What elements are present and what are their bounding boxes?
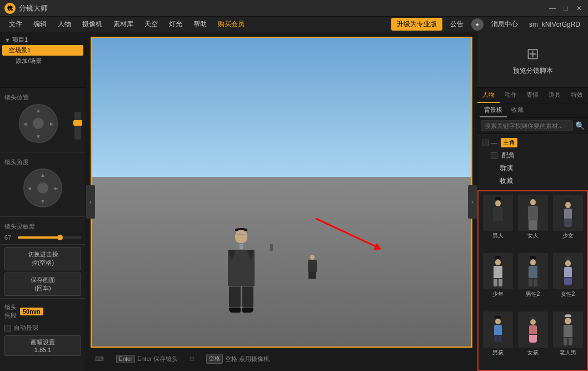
angle-joystick[interactable]: ▲ ▼ ◄ ► [23, 169, 62, 207]
search-row: 🔍 [477, 118, 588, 134]
cat-crowd-label: 群演 [500, 164, 513, 173]
focal-value[interactable]: 50mm [20, 308, 43, 315]
sensitivity-slider[interactable] [18, 236, 81, 239]
checkbox-icon: □ [190, 355, 194, 362]
cat-main-role: — 主角 [482, 136, 584, 149]
auto-dof-row: 自动景深 [0, 322, 86, 334]
user-name[interactable]: sm_kNIVcrGgRD [526, 19, 584, 29]
viewport: ⌨ Enter Enter 保存镜头 □ 空格 空格 点用摄像机 [86, 32, 477, 371]
th-leg-boy-l [495, 335, 497, 342]
th-leg-m2-l [529, 279, 532, 286]
asset-woman[interactable]: 女人 [516, 194, 550, 251]
scene-tree-root[interactable]: ▼ 项目1 [2, 34, 83, 45]
tab-effects[interactable]: 特效 [566, 88, 588, 103]
th-head-f2 [565, 260, 571, 266]
angle-joystick-right: ► [53, 185, 59, 191]
menu-assets[interactable]: 素材库 [109, 18, 138, 31]
menu-help[interactable]: 帮助 [189, 18, 211, 31]
asset-female2-thumb [553, 253, 583, 289]
th-legs [494, 221, 502, 229]
frame-setting-button[interactable]: 画幅设置 1.85:1 [4, 335, 81, 356]
menu-camera[interactable]: 摄像机 [78, 18, 107, 31]
category-tree: — 主角 配角 群演 收藏 [477, 134, 588, 190]
maximize-button[interactable]: □ [561, 4, 570, 13]
th-skirt-f2 [564, 278, 572, 285]
subtab-background[interactable]: 背景板 [480, 103, 507, 117]
cat-main-label[interactable]: 主角 [501, 138, 517, 147]
notification-link[interactable]: 消息中心 [488, 18, 521, 30]
close-button[interactable]: ✕ [575, 4, 584, 13]
asset-man[interactable]: 男人 [481, 194, 515, 251]
asset-male2-label: 男性2 [526, 290, 540, 298]
asset-female2[interactable]: 女性2 [551, 252, 585, 309]
save-view-button[interactable]: 保存画面 (回车) [4, 273, 81, 296]
viewport-inner [91, 37, 472, 348]
th-leg-r [499, 221, 502, 229]
tab-action[interactable]: 动作 [500, 88, 522, 103]
app-title: 分镜大师 [19, 3, 548, 13]
char-thumb-boy [494, 316, 502, 343]
announcement-link[interactable]: 公告 [447, 18, 467, 30]
asset-boy[interactable]: 男孩 [481, 310, 515, 368]
th-leg-ym-r [499, 279, 502, 286]
menu-edit[interactable]: 编辑 [29, 18, 51, 31]
search-icon[interactable]: 🔍 [575, 121, 585, 130]
tab-props[interactable]: 道具 [544, 88, 566, 103]
th-body-boy [494, 325, 502, 335]
menu-lighting[interactable]: 灯光 [165, 18, 187, 31]
char-legs [229, 286, 253, 308]
preview-panel: ⊞ 预览分镜脚本 [477, 32, 588, 88]
tab-character[interactable]: 人物 [477, 88, 500, 103]
th-legs-ym [494, 279, 502, 286]
asset-young-girl[interactable]: 少女 [551, 194, 585, 251]
asset-male2[interactable]: 男性2 [516, 252, 550, 309]
use-camera-button[interactable]: 空格 空格 点用摄像机 [203, 353, 273, 365]
th-legs-boy [495, 335, 501, 343]
preview-label: 预览分镜脚本 [513, 66, 553, 76]
nav-arrow-left[interactable]: ‹ [86, 185, 95, 219]
th-leg-boy-r [499, 335, 501, 342]
save-camera-button[interactable]: Enter Enter 保存镜头 [113, 354, 181, 364]
search-input[interactable] [481, 120, 573, 131]
cat-main-checkbox[interactable] [482, 140, 489, 146]
preview-icon: ⊞ [526, 44, 539, 63]
th-head-ym [495, 259, 501, 265]
switch-control-button[interactable]: 切换进击操 控(空格) [4, 247, 81, 270]
right-subtabs: 背景板 收藏 [477, 103, 588, 118]
enter-key-badge: Enter [116, 355, 135, 363]
th-body-m2 [529, 266, 537, 278]
menu-character[interactable]: 人物 [53, 18, 76, 31]
scene-sky [92, 38, 471, 177]
minimize-button[interactable]: — [548, 4, 557, 13]
angle-joystick-down: ▼ [40, 198, 46, 204]
upgrade-button[interactable]: 升级为专业版 [391, 18, 442, 31]
auto-dof-label: 自动景深 [14, 324, 38, 332]
asset-girl[interactable]: 女孩 [516, 310, 550, 368]
joystick-left: ◄ [22, 121, 28, 127]
menu-sky[interactable]: 天空 [140, 18, 162, 31]
scene-tree-add[interactable]: 添加/场景 [2, 56, 83, 66]
cat-sub-checkbox[interactable] [491, 152, 497, 159]
menu-file[interactable]: 文件 [4, 18, 27, 31]
subtab-favorites[interactable]: 收藏 [507, 103, 528, 117]
th-body-girl [529, 325, 537, 334]
angle-joystick-left: ◄ [27, 185, 32, 191]
nav-arrow-right[interactable]: › [468, 185, 477, 219]
char-head [235, 230, 247, 243]
position-joystick[interactable]: ▲ ▼ ◄ ► [19, 104, 58, 143]
left-controls: 镜头位置 ▲ ▼ ◄ ► 镜头角度 ▲ [0, 88, 86, 371]
th-head-girl [530, 319, 536, 325]
joystick-right: ► [49, 121, 54, 127]
char-thumb-ym [494, 256, 502, 286]
tab-expression[interactable]: 表情 [522, 88, 544, 103]
char-thumb-m2 [529, 256, 537, 286]
asset-man-thumb [483, 195, 513, 231]
menu-subscribe[interactable]: 购买会员 [213, 18, 249, 31]
main-character-body [225, 228, 258, 300]
th-body-w [528, 206, 538, 220]
asset-young-man[interactable]: 少年 [481, 252, 515, 309]
auto-dof-checkbox[interactable] [4, 325, 11, 332]
scene-tree-scene[interactable]: 空场景1 [2, 45, 83, 56]
angle-joystick-up: ▲ [40, 172, 46, 178]
asset-old-male[interactable]: 老人男 [551, 310, 585, 368]
